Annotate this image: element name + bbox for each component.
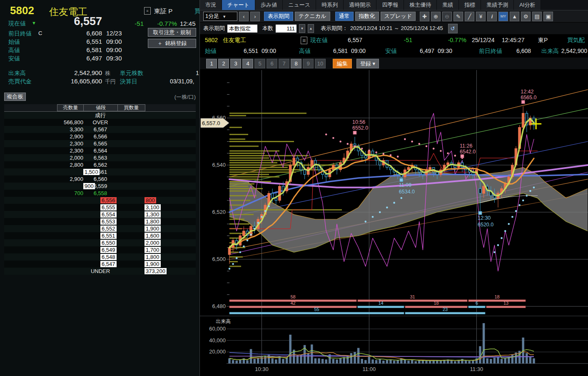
tab-ニュース[interactable]: ニュース — [283, 0, 316, 10]
table-row[interactable]: 2,8006,562 — [4, 161, 196, 168]
tab-業績予測[interactable]: 業績予測 — [481, 0, 514, 10]
chart-page-6[interactable]: 6 — [267, 59, 277, 68]
svg-text:23: 23 — [443, 307, 448, 312]
document-icon[interactable]: ≡ — [301, 37, 307, 44]
unit-label: 単元株数 — [120, 70, 143, 77]
table-row[interactable]: UNDER373,200 — [4, 268, 196, 275]
table-row[interactable]: 6,5531,800 — [4, 218, 196, 225]
info-current: 6,557 — [333, 37, 362, 43]
crosshair-icon[interactable]: ✚ — [420, 12, 429, 21]
chart-page-5[interactable]: 5 — [254, 59, 265, 68]
indexed-button[interactable]: 指数化 — [355, 12, 379, 21]
table-row[interactable]: 566,800OVER — [4, 119, 196, 126]
svg-text:出来高: 出来高 — [216, 318, 231, 324]
table-row[interactable]: 6,5511,600 — [4, 232, 196, 239]
table-row[interactable]: 6,5521,900 — [4, 225, 196, 232]
svg-text:12:42: 12:42 — [521, 89, 533, 95]
count-down-button[interactable]: ▼ — [299, 24, 305, 33]
trade-caution-button[interactable]: 取引注意・規制 — [148, 28, 196, 37]
per-share-label: (一株/口) — [169, 93, 196, 101]
tab-業績[interactable]: 業績 — [437, 0, 459, 10]
add-watchlist-button[interactable]: ＋銘柄登録 — [148, 39, 196, 48]
prev-button[interactable]: ‹ — [239, 12, 249, 21]
svg-text:6520.0: 6520.0 — [478, 222, 493, 228]
table-row[interactable]: 2,9006,566 — [4, 133, 196, 140]
interval-select[interactable]: 1分足▼ — [203, 12, 237, 21]
technical-button[interactable]: テクニカル — [295, 12, 330, 21]
table-row[interactable]: 成行 — [4, 112, 196, 119]
chart-page-8[interactable]: 8 — [291, 59, 301, 68]
display-period-button[interactable]: 表示期間 — [264, 12, 293, 21]
table-row[interactable]: 3,3006,567 — [4, 126, 196, 133]
quote-type-label: 買気配 — [567, 37, 585, 44]
document-icon[interactable]: ≡ — [144, 7, 151, 15]
count-mode-select[interactable]: 本数指定 ▼ — [227, 25, 257, 33]
chart-page-7[interactable]: 7 — [279, 59, 289, 68]
register-button[interactable]: 登録 ▾ — [356, 59, 379, 68]
table-row[interactable]: 6,5553,100 — [4, 204, 196, 211]
truncated-badge: 買 — [194, 8, 199, 15]
range-value: 2025/12/24 10:21 ～ 2025/12/24 12:45 — [350, 25, 443, 32]
window-icon[interactable]: ▣ — [543, 12, 553, 21]
table-row[interactable]: 6,5471,900 — [4, 261, 196, 268]
tab-指標[interactable]: 指標 — [459, 0, 481, 10]
table-row[interactable]: 6,5481,800 — [4, 253, 196, 261]
edit-button[interactable]: 編集 — [333, 59, 352, 68]
pencil-icon[interactable]: ✎ — [453, 12, 463, 21]
table-row[interactable]: 2,0006,563 — [4, 154, 196, 161]
table-row[interactable]: 6,5491,700 — [4, 246, 196, 253]
tab-チャート[interactable]: チャート — [222, 0, 255, 10]
yen-icon[interactable]: ¥ — [476, 12, 486, 21]
table-row[interactable]: 7006,558 — [4, 190, 196, 197]
zoom-out-icon[interactable]: ⊖ — [442, 12, 452, 21]
count-up-button[interactable]: ▲ — [308, 24, 314, 33]
count-input[interactable]: 111 — [276, 25, 296, 33]
tab-株主優待[interactable]: 株主優待 — [404, 0, 437, 10]
table-row[interactable]: 9006,559 — [4, 183, 196, 190]
chart-page-2[interactable]: 2 — [218, 59, 229, 68]
info-time: 12:45:27 — [502, 37, 525, 43]
mountain-icon[interactable]: ▲ — [510, 12, 519, 21]
tab-市況[interactable]: 市況 — [200, 0, 222, 10]
table-row[interactable]: 6,556800 — [4, 197, 196, 204]
info-icon[interactable]: i — [487, 12, 497, 21]
plus-icon: ＋ — [157, 40, 163, 46]
price-change: -51 — [117, 20, 144, 27]
table-row[interactable]: 2,9006,560 — [4, 175, 196, 183]
next-button[interactable]: › — [250, 12, 260, 21]
table-row[interactable]: 6,5502,000 — [4, 239, 196, 246]
tab-四季報[interactable]: 四季報 — [376, 0, 404, 10]
normal-button[interactable]: 通常 — [335, 12, 354, 21]
table-row[interactable]: 6,5541,300 — [4, 211, 196, 218]
spread-button[interactable]: スプレッド — [381, 12, 416, 21]
chart-page-3[interactable]: 3 — [230, 59, 241, 68]
tab-歩み値[interactable]: 歩み値 — [255, 0, 283, 10]
tab-時系列[interactable]: 時系列 — [316, 0, 344, 10]
tab-適時開示[interactable]: 適時開示 — [344, 0, 376, 10]
reset-icon[interactable]: ↺ — [448, 24, 458, 33]
info-high: 6,581 — [325, 48, 348, 54]
tab-AI分析[interactable]: AI分析 — [514, 0, 541, 10]
table-row[interactable]: 1,5006,561 — [4, 168, 196, 175]
trendline-icon[interactable]: ╱ — [465, 12, 474, 21]
my-chart-icon[interactable]: MY — [498, 12, 508, 21]
table-row[interactable]: 2,3006,565 — [4, 140, 196, 147]
chart-page-9[interactable]: 9 — [303, 59, 314, 68]
table-row[interactable]: 2,3006,564 — [4, 147, 196, 154]
svg-text:6534.0: 6534.0 — [399, 189, 415, 195]
composite-board-button[interactable]: 複合板 — [4, 93, 26, 101]
chart-page-1[interactable]: 1 — [206, 59, 217, 68]
print-icon[interactable]: ▤ — [532, 12, 542, 21]
down-arrow-icon: ▼ — [32, 20, 36, 25]
volume-label: 出来高 — [8, 70, 26, 77]
chart-page-4[interactable]: 4 — [242, 59, 253, 68]
wrench-icon[interactable]: ⚙ — [521, 12, 531, 21]
chart-page-10[interactable]: 10 — [315, 59, 326, 68]
svg-text:58: 58 — [290, 294, 295, 299]
svg-text:14: 14 — [378, 301, 383, 306]
svg-text:11:26: 11:26 — [460, 143, 472, 149]
info-high-label: 高値 — [299, 48, 311, 55]
order-book-header: 売数量値段買数量 — [4, 104, 196, 112]
zoom-in-icon[interactable]: ⊕ — [431, 12, 441, 21]
info-low-time: 09:30 — [438, 48, 452, 54]
